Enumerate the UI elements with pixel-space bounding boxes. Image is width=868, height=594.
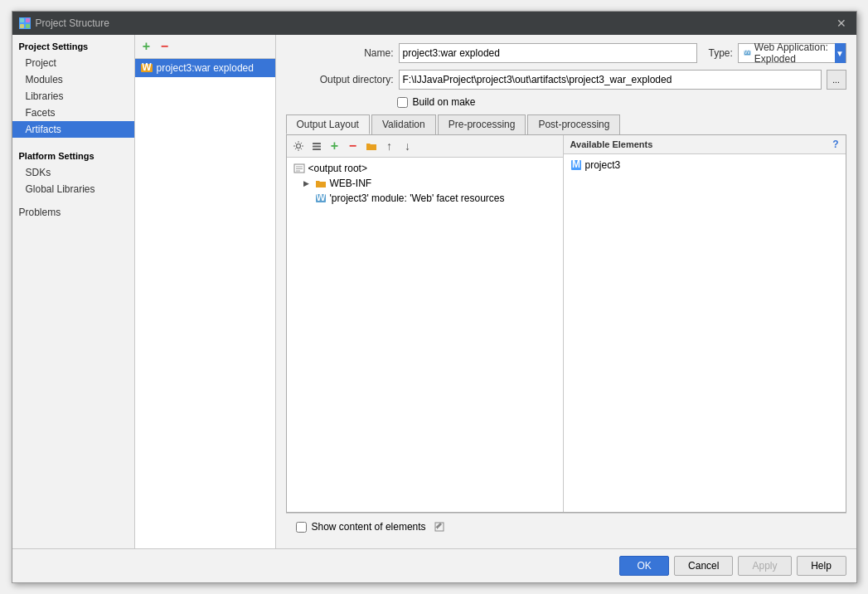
folder-icon [366, 140, 377, 152]
bottom-area: Show content of elements [286, 513, 846, 540]
artifact-list-item[interactable]: W project3:war exploded [135, 59, 275, 77]
output-dir-row: Output directory: ... [286, 70, 846, 90]
project-settings-title: Project Settings [12, 35, 134, 55]
type-dropdown[interactable]: W Web Application: Exploded ▼ [738, 43, 846, 63]
tab-output-layout[interactable]: Output Layout [286, 114, 370, 134]
dialog-footer: OK Cancel Apply Help [12, 548, 856, 582]
tree-item-module-web[interactable]: W 'project3' module: 'Web' facet resourc… [290, 191, 560, 206]
ok-button[interactable]: OK [619, 556, 669, 576]
svg-point-8 [296, 144, 300, 148]
sidebar-item-libraries[interactable]: Libraries [12, 88, 134, 105]
output-tree-panel: + − ↑ ↓ [287, 135, 564, 512]
output-dir-input[interactable] [399, 70, 822, 90]
svg-text:W: W [744, 48, 751, 56]
build-on-make-row: Build on make [286, 96, 846, 108]
output-dir-label: Output directory: [286, 74, 394, 85]
svg-rect-11 [313, 148, 321, 150]
sidebar-item-modules[interactable]: Modules [12, 71, 134, 88]
output-toolbar: + − ↑ ↓ [287, 135, 563, 158]
sidebar: Project Settings Project Modules Librari… [12, 35, 135, 548]
edit-button[interactable] [431, 519, 448, 535]
sidebar-item-facets[interactable]: Facets [12, 105, 134, 121]
svg-rect-9 [313, 143, 321, 144]
up-button[interactable]: ↑ [381, 138, 398, 154]
name-label: Name: [286, 47, 394, 59]
svg-text:W: W [316, 192, 326, 203]
sidebar-item-sdks[interactable]: SDKs [12, 164, 134, 181]
apply-button[interactable]: Apply [738, 556, 791, 576]
available-elements-header: Available Elements ? [564, 135, 846, 154]
sidebar-item-project[interactable]: Project [12, 55, 134, 71]
help-button[interactable]: Help [797, 556, 846, 576]
tab-post-processing[interactable]: Post-processing [527, 114, 620, 134]
svg-rect-10 [313, 146, 321, 148]
tab-validation[interactable]: Validation [371, 114, 436, 134]
type-dropdown-arrow[interactable]: ▼ [835, 43, 846, 63]
add-output-button[interactable]: + [327, 138, 343, 154]
type-label: Type: [709, 47, 733, 59]
build-on-make-checkbox[interactable] [397, 97, 408, 108]
remove-output-button[interactable]: − [345, 138, 361, 154]
platform-settings-title: Platform Settings [12, 144, 134, 164]
folder-closed-icon [315, 178, 327, 189]
avail-item-project3[interactable]: M project3 [567, 158, 842, 173]
gear-icon [293, 140, 304, 152]
folder-button[interactable] [363, 138, 380, 154]
output-root-label: <output root> [308, 163, 367, 174]
remove-artifact-button[interactable]: − [157, 38, 173, 55]
list-icon [311, 140, 322, 152]
output-root-icon [293, 163, 305, 174]
available-elements-title: Available Elements [570, 139, 653, 149]
main-panel: + − W project3:war exploded [135, 35, 856, 548]
tree-item-output-root[interactable]: <output root> [290, 161, 560, 176]
list-button[interactable] [308, 138, 325, 154]
cancel-button[interactable]: Cancel [674, 556, 733, 576]
help-icon[interactable]: ? [832, 139, 838, 150]
type-dropdown-text: W Web Application: Exploded [739, 41, 835, 65]
config-panel: Name: Type: W Web Application: Exploded [276, 35, 856, 548]
sidebar-item-artifacts[interactable]: Artifacts [12, 121, 134, 138]
dialog-title: Project Structure [36, 17, 109, 29]
project-structure-dialog: Project Structure ✕ Project Settings Pro… [12, 11, 857, 583]
svg-rect-3 [26, 24, 30, 28]
tabs-bar: Output Layout Validation Pre-processing … [286, 114, 846, 135]
svg-text:M: M [572, 159, 580, 170]
tab-pre-processing[interactable]: Pre-processing [438, 114, 526, 134]
tree-item-webinf[interactable]: ▶ WEB-INF [290, 176, 560, 191]
svg-rect-12 [294, 164, 304, 173]
title-bar: Project Structure ✕ [12, 12, 856, 35]
artifact-list-panel: + − W project3:war exploded [135, 35, 276, 548]
output-tree: <output root> ▶ WEB-INF [287, 158, 563, 512]
show-content-checkbox[interactable] [296, 522, 307, 533]
artifact-name: project3:war exploded [157, 62, 254, 74]
svg-text:W: W [142, 61, 152, 73]
title-bar-left: Project Structure [19, 17, 109, 29]
down-button[interactable]: ↓ [400, 138, 416, 154]
show-content-label[interactable]: Show content of elements [312, 521, 426, 533]
name-input[interactable] [399, 43, 697, 63]
web-facet-icon: W [315, 192, 327, 204]
name-row: Name: Type: W Web Application: Exploded [286, 43, 846, 63]
close-button[interactable]: ✕ [833, 15, 850, 32]
svg-rect-0 [20, 18, 24, 22]
artifact-list: W project3:war exploded [135, 59, 275, 548]
webinf-arrow[interactable]: ▶ [303, 179, 312, 187]
build-on-make-label[interactable]: Build on make [413, 96, 476, 108]
browse-button[interactable]: ... [827, 70, 846, 90]
add-artifact-button[interactable]: + [138, 38, 155, 55]
edit-icon [434, 521, 445, 533]
svg-rect-1 [26, 18, 30, 22]
type-icon: W [744, 47, 751, 59]
webinf-label: WEB-INF [330, 178, 372, 189]
available-elements-panel: Available Elements ? M project3 [564, 135, 846, 512]
dialog-icon [19, 17, 31, 29]
module-web-label: 'project3' module: 'Web' facet resources [330, 192, 505, 204]
svg-rect-2 [20, 24, 24, 28]
gear-button[interactable] [290, 138, 307, 154]
artifact-toolbar: + − [135, 35, 275, 59]
output-layout-panel: + − ↑ ↓ [286, 135, 846, 513]
avail-project3-label: project3 [585, 159, 621, 171]
type-value: Web Application: Exploded [754, 41, 830, 65]
sidebar-item-problems[interactable]: Problems [12, 204, 134, 221]
sidebar-item-global-libraries[interactable]: Global Libraries [12, 181, 134, 197]
